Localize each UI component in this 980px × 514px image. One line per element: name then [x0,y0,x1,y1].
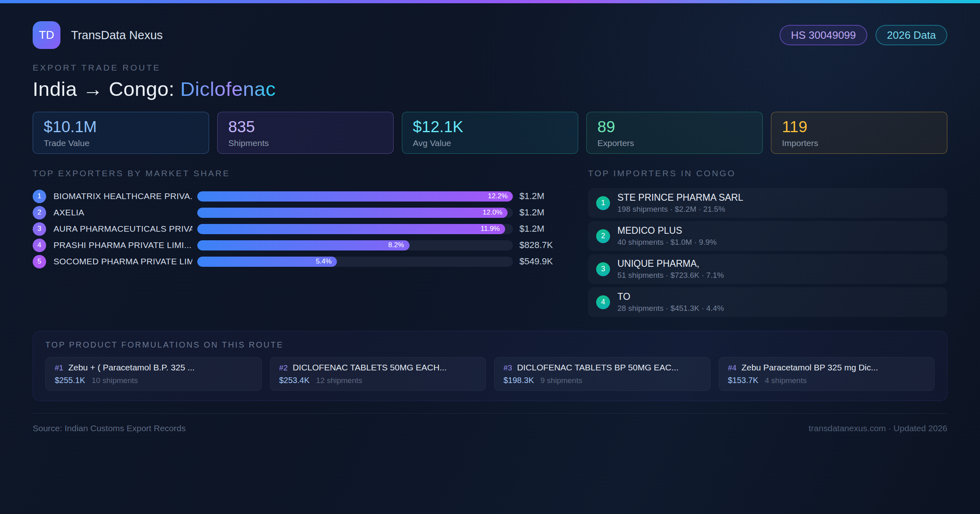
market-share-bar-track: 12.0% [197,208,513,218]
importers-heading: TOP IMPORTERS IN CONGO [588,168,947,178]
exporters-section: TOP EXPORTERS BY MARKET SHARE 1 BIOMATRI… [33,168,562,320]
formulation-stats-row: $153.7K 4 shipments [728,376,926,385]
importer-name: MEDICO PLUS [617,225,717,236]
formulation-rank: #2 [279,363,288,372]
formulation-shipments: 4 shipments [765,376,806,385]
brand-name: TransData Nexus [71,29,163,42]
importer-text: TO 28 shipments · $451.3K · 4.4% [617,291,724,313]
importer-item[interactable]: 2 MEDICO PLUS 40 shipments · $1.0M · 9.9… [588,221,947,251]
formulation-title-row: #1 Zebu + ( Paracetamol B.P. 325 ... [55,363,252,372]
main-columns: TOP EXPORTERS BY MARKET SHARE 1 BIOMATRI… [33,168,947,320]
importer-rank-badge: 4 [596,295,610,309]
stat-value: $12.1K [413,118,567,136]
formulations-panel: TOP PRODUCT FORMULATIONS ON THIS ROUTE #… [33,331,947,401]
formulation-value: $255.1K [55,376,85,385]
importer-meta: 198 shipments · $2.2M · 21.5% [617,205,743,214]
market-share-percent: 12.2% [488,192,513,200]
formulation-name: DICLOFENAC TABLETS BP 50MG EAC... [517,363,679,372]
stat-card: 835 Shipments [217,112,394,154]
stat-cards: $10.1M Trade Value 835 Shipments $12.1K … [33,112,947,154]
stat-value: 89 [597,118,752,136]
exporter-trade-value: $549.9K [519,256,562,267]
exporter-row[interactable]: 5 SOCOMED PHARMA PRIVATE LIM... 5.4% $54… [33,253,562,270]
app-logo: TD [33,21,60,49]
importer-text: STE PRINCE PHARMA SARL 198 shipments · $… [617,192,743,214]
source-note: Source: Indian Customs Export Records [33,423,186,433]
formulation-title-row: #2 DICLOFENAC TABLETS 50MG EACH... [279,363,477,372]
exporter-rank-badge: 5 [33,255,46,268]
formulation-card[interactable]: #4 Zebu Paracetamol BP 325 mg Dic... $15… [719,357,935,391]
formulation-stats-row: $255.1K 10 shipments [55,376,252,385]
stat-card: $12.1K Avg Value [402,112,578,154]
importer-rank-badge: 1 [596,196,610,210]
year-badge[interactable]: 2026 Data [875,25,947,46]
market-share-percent: 5.4% [316,257,337,266]
exporter-rank-badge: 2 [33,206,46,219]
importer-text: MEDICO PLUS 40 shipments · $1.0M · 9.9% [617,225,717,247]
stat-value: $10.1M [44,118,198,136]
header-badges: HS 30049099 2026 Data [780,25,947,46]
exporter-name: AXELIA [53,208,192,217]
formulation-stats-row: $198.3K 9 shipments [503,376,701,385]
exporter-row[interactable]: 1 BIOMATRIX HEALTHCARE PRIVA... 12.2% $1… [33,188,562,204]
app-logo-text: TD [39,29,54,42]
importer-rank-badge: 2 [596,229,610,243]
exporter-trade-value: $1.2M [519,191,562,202]
exporter-row[interactable]: 2 AXELIA 12.0% $1.2M [33,204,562,221]
market-share-bar-track: 12.2% [197,191,513,202]
market-share-bar-fill: 5.4% [197,257,337,267]
eyebrow-label: EXPORT TRADE ROUTE [33,63,947,73]
formulation-name: Zebu Paracetamol BP 325 mg Dic... [742,363,878,372]
importer-text: UNIQUE PHARMA, 51 shipments · $723.6K · … [617,258,724,280]
importers-list: 1 STE PRINCE PHARMA SARL 198 shipments ·… [588,188,947,317]
stat-card: 119 Importers [771,112,947,154]
page-title-route: India → Congo: [33,78,180,100]
importer-item[interactable]: 1 STE PRINCE PHARMA SARL 198 shipments ·… [588,188,947,218]
importer-name: STE PRINCE PHARMA SARL [617,192,743,203]
stat-label: Shipments [228,138,383,148]
importer-item[interactable]: 4 TO 28 shipments · $451.3K · 4.4% [588,287,947,317]
market-share-bar-fill: 12.2% [197,191,513,202]
formulation-value: $253.4K [279,376,310,385]
exporter-name: SOCOMED PHARMA PRIVATE LIM... [53,257,192,266]
stat-value: 119 [782,118,936,136]
market-share-percent: 12.0% [483,208,508,217]
formulations-heading: TOP PRODUCT FORMULATIONS ON THIS ROUTE [45,340,935,350]
site-note: transdatanexus.com · Updated 2026 [808,423,947,433]
market-share-bar-fill: 11.9% [197,224,505,234]
market-share-bar-fill: 8.2% [197,240,410,250]
importer-item[interactable]: 3 UNIQUE PHARMA, 51 shipments · $723.6K … [588,254,947,284]
formulations-list: #1 Zebu + ( Paracetamol B.P. 325 ... $25… [45,357,935,391]
exporter-row[interactable]: 4 PRASHI PHARMA PRIVATE LIMI... 8.2% $82… [33,237,562,253]
market-share-bar-fill: 12.0% [197,208,508,218]
market-share-bar-track: 8.2% [197,240,513,250]
exporter-row[interactable]: 3 AURA PHARMACEUTICALS PRIVA... 11.9% $1… [33,221,562,237]
formulation-title-row: #4 Zebu Paracetamol BP 325 mg Dic... [728,363,926,372]
market-share-percent: 11.9% [481,225,505,233]
formulation-card[interactable]: #3 DICLOFENAC TABLETS BP 50MG EAC... $19… [494,357,710,391]
stat-card: $10.1M Trade Value [33,112,209,154]
formulation-value: $153.7K [728,376,759,385]
formulation-rank: #1 [55,363,63,372]
footer: Source: Indian Customs Export Records tr… [33,413,947,433]
formulation-title-row: #3 DICLOFENAC TABLETS BP 50MG EAC... [503,363,701,372]
formulation-shipments: 10 shipments [92,376,138,385]
exporters-list: 1 BIOMATRIX HEALTHCARE PRIVA... 12.2% $1… [33,188,562,270]
importer-rank-badge: 3 [596,262,610,276]
formulation-shipments: 9 shipments [541,376,582,385]
market-share-percent: 8.2% [388,241,410,249]
formulation-card[interactable]: #1 Zebu + ( Paracetamol B.P. 325 ... $25… [45,357,262,391]
market-share-bar-track: 11.9% [197,224,513,234]
formulation-value: $198.3K [503,376,534,385]
importer-name: TO [617,291,724,302]
hs-code-badge[interactable]: HS 30049099 [780,25,867,46]
market-share-bar-track: 5.4% [197,257,513,267]
exporter-rank-badge: 1 [33,190,46,203]
stat-label: Avg Value [413,138,567,148]
exporter-rank-badge: 3 [33,222,46,236]
formulation-card[interactable]: #2 DICLOFENAC TABLETS 50MG EACH... $253.… [270,357,486,391]
exporter-name: AURA PHARMACEUTICALS PRIVA... [53,224,192,234]
formulation-rank: #4 [728,363,737,372]
exporter-rank-badge: 4 [33,239,46,252]
formulation-name: DICLOFENAC TABLETS 50MG EACH... [293,363,447,372]
